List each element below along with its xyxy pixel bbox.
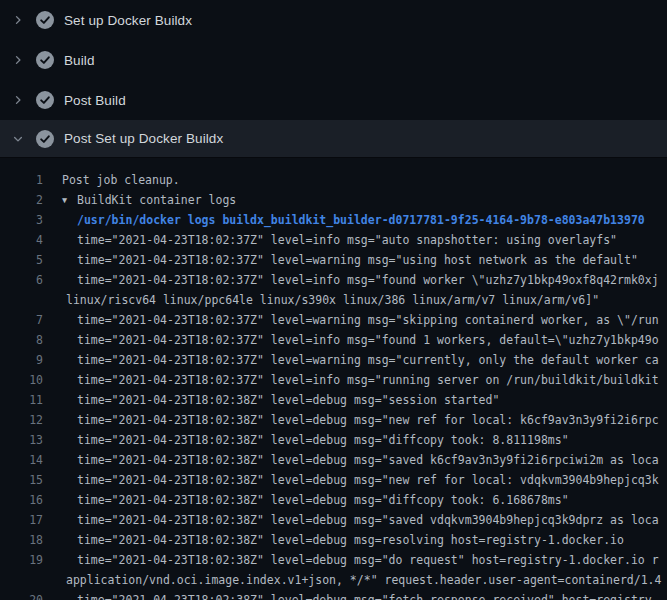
log-line-number[interactable]: 4 <box>0 230 43 250</box>
log-line-text: time="2021-04-23T18:02:38Z" level=debug … <box>43 430 569 450</box>
check-circle-icon <box>36 130 54 148</box>
log-line: 8time="2021-04-23T18:02:37Z" level=info … <box>0 330 667 350</box>
log-line: 19time="2021-04-23T18:02:38Z" level=debu… <box>0 550 667 570</box>
log-line: 12time="2021-04-23T18:02:38Z" level=debu… <box>0 410 667 430</box>
log-line-number[interactable]: 16 <box>0 490 43 510</box>
log-line-number[interactable]: 12 <box>0 410 43 430</box>
log-line: linux/riscv64 linux/ppc64le linux/s390x … <box>0 290 667 310</box>
chevron-right-icon <box>12 12 24 28</box>
log-line-number[interactable]: 15 <box>0 470 43 490</box>
log-line: 15time="2021-04-23T18:02:38Z" level=debu… <box>0 470 667 490</box>
log-line: 11time="2021-04-23T18:02:38Z" level=debu… <box>0 390 667 410</box>
workflow-log-panel: Set up Docker BuildxBuildPost BuildPost … <box>0 0 667 600</box>
log-line-number[interactable]: 6 <box>0 270 43 290</box>
log-line: 13time="2021-04-23T18:02:38Z" level=debu… <box>0 430 667 450</box>
log-line: 20time="2021-04-23T18:02:38Z" level=debu… <box>0 590 667 600</box>
chevron-right-icon <box>12 52 24 68</box>
log-line-number[interactable]: 9 <box>0 350 43 370</box>
log-line-number[interactable]: 10 <box>0 370 43 390</box>
log-line-number[interactable]: 20 <box>0 590 43 600</box>
log-line-text: time="2021-04-23T18:02:37Z" level=warnin… <box>43 250 638 270</box>
log-line-text: time="2021-04-23T18:02:37Z" level=info m… <box>43 270 659 290</box>
log-line-number[interactable]: 17 <box>0 510 43 530</box>
log-line-number <box>0 570 43 590</box>
step-row-build[interactable]: Build <box>0 40 667 80</box>
log-line-text: time="2021-04-23T18:02:37Z" level=warnin… <box>43 310 659 330</box>
log-line-text: time="2021-04-23T18:02:38Z" level=debug … <box>43 450 659 470</box>
chevron-down-icon <box>12 131 24 147</box>
log-line-number[interactable]: 11 <box>0 390 43 410</box>
log-line-text: time="2021-04-23T18:02:38Z" level=debug … <box>43 470 659 490</box>
log-line-text: time="2021-04-23T18:02:37Z" level=info m… <box>43 370 659 390</box>
log-line: 10time="2021-04-23T18:02:37Z" level=info… <box>0 370 667 390</box>
log-line: 14time="2021-04-23T18:02:38Z" level=debu… <box>0 450 667 470</box>
log-line-number[interactable]: 1 <box>0 170 43 190</box>
log-line-number[interactable]: 13 <box>0 430 43 450</box>
log-viewer: 1Post job cleanup.2▼BuildKit container l… <box>0 158 667 600</box>
log-line-text: linux/riscv64 linux/ppc64le linux/s390x … <box>43 290 599 310</box>
log-line-number[interactable]: 8 <box>0 330 43 350</box>
log-line-number[interactable]: 18 <box>0 530 43 550</box>
log-line-text: time="2021-04-23T18:02:38Z" level=debug … <box>43 550 659 570</box>
log-line: 9time="2021-04-23T18:02:37Z" level=warni… <box>0 350 667 370</box>
log-line: 7time="2021-04-23T18:02:37Z" level=warni… <box>0 310 667 330</box>
log-line-text: time="2021-04-23T18:02:38Z" level=debug … <box>43 490 569 510</box>
log-line-text: time="2021-04-23T18:02:38Z" level=debug … <box>43 410 659 430</box>
log-line: application/vnd.oci.image.index.v1+json,… <box>0 570 667 590</box>
log-group-toggle[interactable]: ▼BuildKit container logs <box>43 190 236 210</box>
log-line: 1Post job cleanup. <box>0 170 667 190</box>
log-line-number[interactable]: 14 <box>0 450 43 470</box>
log-line-number[interactable]: 3 <box>0 210 43 230</box>
step-label: Post Build <box>64 93 126 108</box>
chevron-right-icon <box>12 92 24 108</box>
log-line: 18time="2021-04-23T18:02:38Z" level=debu… <box>0 530 667 550</box>
log-line: 6time="2021-04-23T18:02:37Z" level=info … <box>0 270 667 290</box>
check-circle-icon <box>36 91 54 109</box>
log-line-text: time="2021-04-23T18:02:38Z" level=debug … <box>43 390 499 410</box>
log-line: 16time="2021-04-23T18:02:38Z" level=debu… <box>0 490 667 510</box>
log-line-text: application/vnd.oci.image.index.v1+json,… <box>43 570 661 590</box>
step-row-set-up-docker-buildx[interactable]: Set up Docker Buildx <box>0 0 667 40</box>
log-line-text: time="2021-04-23T18:02:37Z" level=info m… <box>43 330 659 350</box>
log-command-text: /usr/bin/docker logs buildx_buildkit_bui… <box>43 210 645 230</box>
log-line-number[interactable]: 7 <box>0 310 43 330</box>
log-line-text: time="2021-04-23T18:02:38Z" level=debug … <box>43 510 659 530</box>
check-circle-icon <box>36 11 54 29</box>
log-line-text: time="2021-04-23T18:02:38Z" level=debug … <box>43 590 659 600</box>
check-circle-icon <box>36 51 54 69</box>
step-label: Post Set up Docker Buildx <box>64 131 223 146</box>
log-line-text: time="2021-04-23T18:02:37Z" level=warnin… <box>43 350 659 370</box>
log-line-text: time="2021-04-23T18:02:38Z" level=debug … <box>43 530 624 550</box>
step-row-post-set-up-docker-buildx[interactable]: Post Set up Docker Buildx <box>0 120 667 158</box>
log-line-number[interactable]: 2 <box>0 190 43 210</box>
step-row-post-build[interactable]: Post Build <box>0 80 667 120</box>
log-line-number[interactable]: 19 <box>0 550 43 570</box>
log-line: 4time="2021-04-23T18:02:37Z" level=info … <box>0 230 667 250</box>
log-line-text: time="2021-04-23T18:02:37Z" level=info m… <box>43 230 617 250</box>
collapse-triangle-icon: ▼ <box>62 190 77 210</box>
step-list: Set up Docker BuildxBuildPost BuildPost … <box>0 0 667 158</box>
log-line: 17time="2021-04-23T18:02:38Z" level=debu… <box>0 510 667 530</box>
log-line-number <box>0 290 43 310</box>
log-line: 2▼BuildKit container logs <box>0 190 667 210</box>
log-line: 3/usr/bin/docker logs buildx_buildkit_bu… <box>0 210 667 230</box>
log-line-number[interactable]: 5 <box>0 250 43 270</box>
log-line-text: Post job cleanup. <box>43 170 180 190</box>
step-label: Set up Docker Buildx <box>64 13 192 28</box>
log-line: 5time="2021-04-23T18:02:37Z" level=warni… <box>0 250 667 270</box>
step-label: Build <box>64 53 95 68</box>
